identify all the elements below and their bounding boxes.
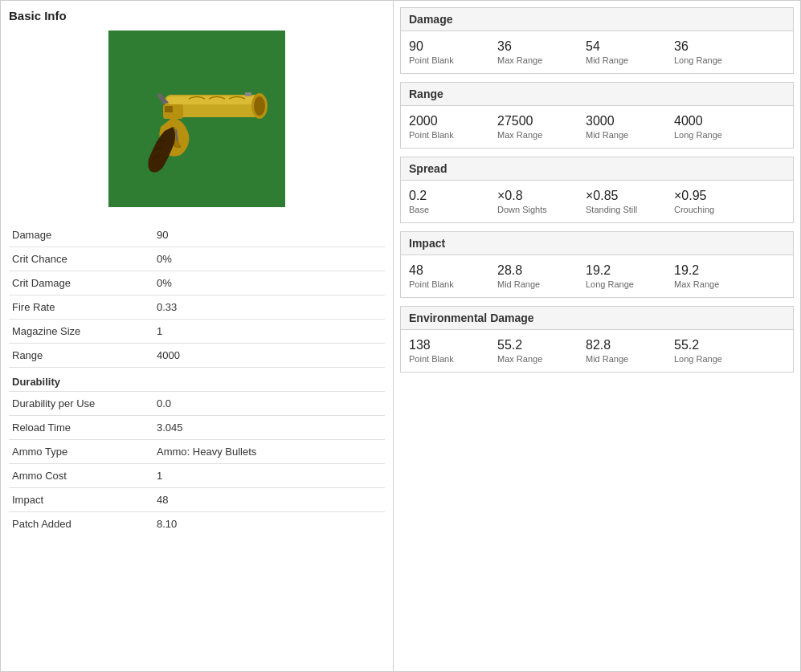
stat-cell: 90Point Blank — [409, 39, 473, 65]
stat-label: Durability per Use — [9, 392, 153, 416]
stat-value: 3000 — [586, 114, 650, 128]
stat-label: Ammo Type — [9, 440, 153, 464]
svg-rect-6 — [165, 106, 173, 112]
stat-cell: 55.2Max Range — [497, 338, 562, 364]
section-stat-row: 138Point Blank55.2Max Range82.8Mid Range… — [401, 330, 793, 372]
stat-value: ×0.95 — [674, 189, 738, 203]
weapon-image-container — [108, 31, 285, 207]
right-panel: Damage90Point Blank36Max Range54Mid Rang… — [394, 0, 801, 672]
stat-row: Ammo Cost1 — [9, 464, 385, 488]
stat-sub-label: Point Blank — [409, 55, 473, 65]
weapon-image — [116, 47, 277, 191]
stat-value: 36 — [674, 39, 738, 54]
stat-label: Impact — [9, 488, 153, 512]
stat-label: Damage — [9, 223, 153, 247]
stat-section-environmental-damage: Environmental Damage138Point Blank55.2Ma… — [400, 306, 794, 373]
stat-value: 48 — [409, 263, 473, 278]
stat-value: 138 — [409, 338, 473, 352]
stat-cell: ×0.8Down Sights — [497, 189, 562, 214]
stat-value: 0% — [153, 271, 385, 295]
stat-value: 4000 — [153, 344, 385, 368]
section-stat-row: 90Point Blank36Max Range54Mid Range36Lon… — [401, 31, 793, 73]
stat-cell: ×0.95Crouching — [674, 189, 738, 214]
stat-row: Crit Chance0% — [9, 247, 385, 271]
stat-value: 90 — [409, 39, 473, 54]
stat-cell: 54Mid Range — [586, 39, 650, 65]
stat-cell: ×0.85Standing Still — [586, 189, 650, 214]
stat-cell: 19.2Long Range — [586, 263, 650, 289]
stat-value: 36 — [497, 39, 562, 54]
stat-value: 0% — [153, 247, 385, 271]
stat-sub-label: Point Blank — [409, 130, 473, 140]
stat-row: Damage90 — [9, 223, 385, 247]
stat-value: 1 — [153, 320, 385, 344]
section-stat-row: 0.2Base×0.8Down Sights×0.85Standing Stil… — [401, 181, 793, 222]
stat-row: Durability — [9, 368, 385, 392]
stat-value: 90 — [153, 223, 385, 247]
stat-sub-label: Long Range — [674, 55, 738, 65]
stat-sub-label: Long Range — [586, 279, 650, 289]
basic-info-title: Basic Info — [9, 9, 385, 22]
stat-cell: 48Point Blank — [409, 263, 473, 289]
stat-sub-label: Standing Still — [586, 205, 650, 214]
section-header: Impact — [401, 232, 793, 255]
stat-row: Patch Added8.10 — [9, 512, 385, 536]
left-panel: Basic Info — [0, 0, 394, 672]
stat-sub-label: Point Blank — [409, 354, 473, 364]
stat-row: Fire Rate0.33 — [9, 295, 385, 320]
stat-value: 1 — [153, 464, 385, 488]
stat-value: 19.2 — [674, 263, 738, 278]
stat-cell: 36Max Range — [497, 39, 562, 65]
stat-label: Range — [9, 344, 153, 368]
stat-value: 2000 — [409, 114, 473, 128]
stat-cell: 19.2Max Range — [674, 263, 738, 289]
stat-label: Ammo Cost — [9, 464, 153, 488]
stat-value: 8.10 — [153, 512, 385, 536]
stat-label: Fire Rate — [9, 295, 153, 320]
stat-sub-label: Long Range — [674, 354, 738, 364]
stat-sub-label: Down Sights — [497, 205, 562, 214]
stat-cell: 4000Long Range — [674, 114, 738, 140]
stat-cell: 36Long Range — [674, 39, 738, 65]
stat-value: 54 — [586, 39, 650, 54]
stat-sub-label: Point Blank — [409, 279, 473, 289]
stat-sub-label: Max Range — [497, 354, 562, 364]
stat-sub-label: Base — [409, 205, 473, 214]
stat-section-spread: Spread0.2Base×0.8Down Sights×0.85Standin… — [400, 157, 794, 223]
stat-label: Crit Damage — [9, 271, 153, 295]
stat-sub-label: Max Range — [674, 279, 738, 289]
stat-sub-label: Max Range — [497, 130, 562, 140]
stat-value: ×0.85 — [586, 189, 650, 203]
stat-value: 3.045 — [153, 416, 385, 440]
stat-value: 0.0 — [153, 392, 385, 416]
stat-label: Crit Chance — [9, 247, 153, 271]
stat-label: Patch Added — [9, 512, 153, 536]
stat-sub-label: Mid Range — [586, 55, 650, 65]
stat-value: 0.33 — [153, 295, 385, 320]
stat-value: Ammo: Heavy Bullets — [153, 440, 385, 464]
stat-value: 0.2 — [409, 189, 473, 203]
stat-row: Reload Time3.045 — [9, 416, 385, 440]
section-header: Environmental Damage — [401, 307, 793, 330]
svg-rect-7 — [245, 92, 251, 96]
stat-value: 55.2 — [497, 338, 562, 352]
stat-row: Durability per Use0.0 — [9, 392, 385, 416]
section-header: Spread — [401, 157, 793, 181]
stat-cell: 3000Mid Range — [586, 114, 650, 140]
stats-table: Damage90Crit Chance0%Crit Damage0%Fire R… — [9, 223, 385, 536]
stat-cell: 2000Point Blank — [409, 114, 473, 140]
stat-value: 4000 — [674, 114, 738, 128]
stat-sub-label: Mid Range — [586, 354, 650, 364]
stat-value: 27500 — [497, 114, 562, 128]
stat-label: Reload Time — [9, 416, 153, 440]
stat-sub-label: Mid Range — [586, 130, 650, 140]
stat-section-range: Range2000Point Blank27500Max Range3000Mi… — [400, 82, 794, 149]
svg-point-3 — [254, 96, 265, 116]
stat-label: Magazine Size — [9, 320, 153, 344]
stat-row: Range4000 — [9, 344, 385, 368]
stat-sub-label: Crouching — [674, 205, 738, 214]
stat-row: Ammo TypeAmmo: Heavy Bullets — [9, 440, 385, 464]
stat-sub-label: Mid Range — [497, 279, 562, 289]
stat-value: 19.2 — [586, 263, 650, 278]
stat-cell: 55.2Long Range — [674, 338, 738, 364]
